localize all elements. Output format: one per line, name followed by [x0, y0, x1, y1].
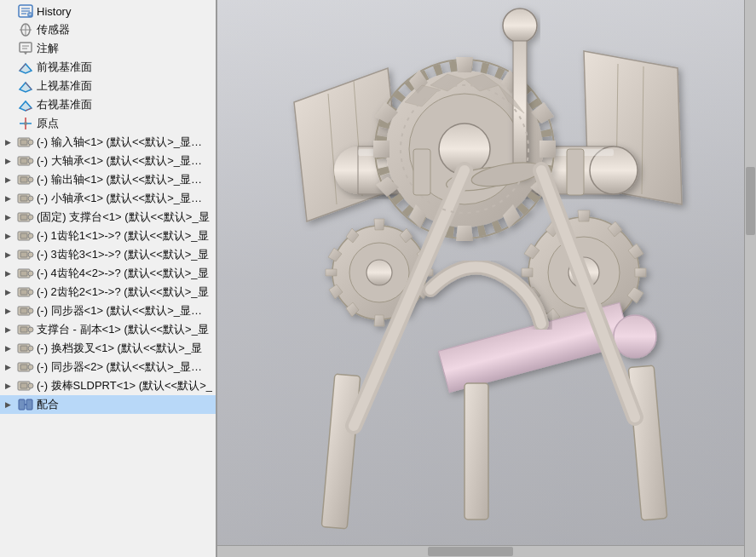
svg-marker-84	[540, 141, 556, 158]
tree-item-mate[interactable]: ▶ 配合	[0, 395, 216, 414]
tree-item-input-shaft[interactable]: ▶ (-) 输入轴<1> (默认<<默认>_显示状	[0, 133, 216, 152]
gear-assembly-svg	[217, 0, 756, 557]
svg-rect-132	[465, 383, 488, 520]
svg-rect-30	[20, 196, 27, 201]
svg-rect-62	[19, 399, 25, 410]
input-shaft-icon	[17, 135, 34, 150]
svg-point-19	[24, 122, 27, 125]
svg-rect-8	[20, 43, 32, 52]
svg-point-125	[614, 315, 656, 358]
arrow-sync1: ▶	[5, 307, 15, 315]
horizontal-scrollbar[interactable]	[217, 545, 744, 557]
svg-point-55	[28, 346, 33, 351]
gear4-2-icon	[17, 266, 34, 281]
shift-rod-icon	[17, 378, 34, 393]
bracket-fixed-label: (固定) 支撑台<1> (默认<<默认>_显	[37, 210, 212, 225]
tree-item-big-bearing[interactable]: ▶ (-) 大轴承<1> (默认<<默认>_显示状	[0, 152, 216, 170]
tree-item-history[interactable]: History	[0, 2, 216, 20]
vertical-scroll-thumb[interactable]	[746, 167, 755, 235]
viewport[interactable]	[217, 0, 756, 557]
svg-point-58	[28, 365, 33, 370]
tree-item-gear4-2[interactable]: ▶ (-) 4齿轮4<2>->? (默认<<默认>_显	[0, 264, 216, 283]
small-bearing-label: (-) 小轴承<1> (默认<<默认>_显示状	[37, 191, 212, 206]
tree-item-gear2[interactable]: ▶ (-) 2齿轮2<1>->? (默认<<默认>_显	[0, 283, 216, 301]
arrow-gear4-2: ▶	[5, 269, 15, 278]
tree-item-plane-top[interactable]: 上视基准面	[0, 77, 216, 95]
gear3-label: (-) 3齿轮3<1>->? (默认<<默认>_显	[37, 247, 212, 262]
svg-point-22	[28, 140, 33, 145]
left-panel: History 传感器	[0, 0, 217, 557]
tree-item-gear-shifter[interactable]: ▶ (-) 换档拨叉<1> (默认<<默认>_显	[0, 339, 216, 358]
gear2-icon	[17, 284, 34, 300]
big-bearing-label: (-) 大轴承<1> (默认<<默认>_显示状	[37, 153, 212, 169]
svg-point-122	[366, 260, 392, 285]
arrow-gear-shifter: ▶	[5, 344, 15, 353]
input-shaft-label: (-) 输入轴<1> (默认<<默认>_显示状	[37, 135, 212, 150]
gear2-label: (-) 2齿轮2<1>->? (默认<<默认>_显	[37, 284, 212, 300]
bracket-fixed-icon	[17, 210, 34, 225]
tree-item-shift-rod[interactable]: ▶ (-) 拨棒SLDPRT<1> (默认<<默认>_	[0, 376, 216, 395]
gear4-2-label: (-) 4齿轮4<2>->? (默认<<默认>_显	[37, 266, 212, 281]
tree-item-bracket-sub[interactable]: ▶ 支撑台 - 副本<1> (默认<<默认>_显	[0, 320, 216, 339]
svg-rect-63	[26, 399, 32, 410]
plane-front-icon	[17, 60, 34, 75]
tree-item-plane-front[interactable]: 前视基准面	[0, 58, 216, 77]
svg-rect-139	[567, 149, 584, 195]
big-bearing-icon	[17, 153, 34, 169]
tree-item-plane-right[interactable]: 右视基准面	[0, 95, 216, 114]
origin-icon	[17, 116, 34, 131]
svg-rect-24	[20, 158, 27, 164]
tree-item-sensor[interactable]: 传感器	[0, 20, 216, 39]
svg-marker-109	[374, 219, 384, 230]
horizontal-scroll-thumb[interactable]	[428, 547, 513, 556]
arrow-output-shaft: ▶	[5, 175, 15, 184]
svg-point-28	[28, 177, 33, 182]
annotation-icon	[17, 41, 34, 56]
svg-marker-118	[326, 269, 337, 276]
arrow-sync2: ▶	[5, 363, 15, 371]
plane-top-label: 上视基准面	[37, 78, 212, 94]
svg-point-34	[28, 215, 33, 220]
bracket-sub-label: 支撑台 - 副本<1> (默认<<默认>_显	[37, 322, 212, 337]
tree-item-output-shaft[interactable]: ▶ (-) 输出轴<1> (默认<<默认>_显示状	[0, 170, 216, 189]
arrow-input-shaft: ▶	[5, 138, 15, 146]
svg-point-126	[503, 9, 537, 43]
sync1-label: (-) 同步器<1> (默认<<默认>_显示状	[37, 303, 212, 319]
sync2-label: (-) 同步器<2> (默认<<默认>_显示状	[37, 359, 212, 375]
sensor-label: 传感器	[37, 22, 212, 37]
tree-item-sync2[interactable]: ▶ (-) 同步器<2> (默认<<默认>_显示状	[0, 358, 216, 376]
svg-rect-138	[413, 149, 430, 195]
arrow-gear2: ▶	[5, 288, 15, 296]
svg-rect-51	[20, 327, 27, 332]
output-shaft-icon	[17, 172, 34, 187]
sync2-icon	[17, 359, 34, 375]
svg-rect-54	[20, 346, 27, 351]
gear1-label: (-) 1齿轮1<1>->? (默认<<默认>_显	[37, 228, 212, 244]
tree-item-gear1[interactable]: ▶ (-) 1齿轮1<1>->? (默认<<默认>_显	[0, 227, 216, 245]
tree-area[interactable]: History 传感器	[0, 0, 216, 557]
tree-item-bracket-fixed[interactable]: ▶ (固定) 支撑台<1> (默认<<默认>_显	[0, 208, 216, 227]
svg-marker-103	[522, 268, 533, 277]
sync1-icon	[17, 303, 34, 319]
tree-item-small-bearing[interactable]: ▶ (-) 小轴承<1> (默认<<默认>_显示状	[0, 189, 216, 208]
svg-point-31	[28, 196, 33, 201]
svg-marker-87	[456, 226, 473, 241]
svg-rect-48	[20, 308, 27, 313]
vertical-scrollbar[interactable]	[744, 0, 756, 557]
arrow-gear1: ▶	[5, 232, 15, 240]
svg-rect-57	[20, 365, 27, 370]
plane-front-label: 前视基准面	[37, 60, 212, 75]
gear3-icon	[17, 247, 34, 262]
tree-item-sync1[interactable]: ▶ (-) 同步器<1> (默认<<默认>_显示状	[0, 301, 216, 320]
svg-point-40	[28, 252, 33, 257]
arrow-big-bearing: ▶	[5, 157, 15, 165]
tree-item-annotation[interactable]: 注解	[0, 39, 216, 58]
svg-point-25	[28, 158, 33, 164]
small-bearing-icon	[17, 191, 34, 206]
shift-rod-label: (-) 拨棒SLDPRT<1> (默认<<默认>_	[37, 378, 212, 393]
svg-rect-39	[20, 252, 27, 257]
plane-right-label: 右视基准面	[37, 97, 212, 112]
tree-item-gear3[interactable]: ▶ (-) 3齿轮3<1>->? (默认<<默认>_显	[0, 245, 216, 264]
tree-item-origin[interactable]: 原点	[0, 114, 216, 133]
mate-label: 配合	[37, 397, 212, 412]
